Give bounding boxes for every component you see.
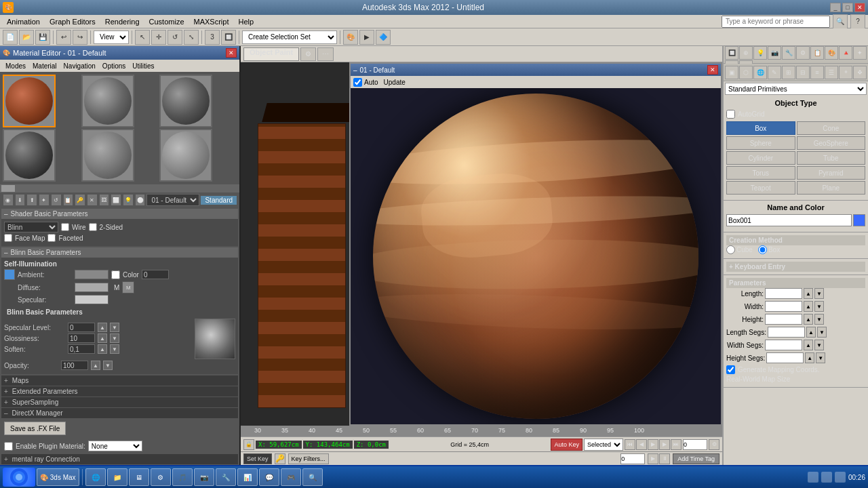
mat-slot-3[interactable]: [159, 75, 212, 127]
glossiness-input[interactable]: [68, 333, 95, 343]
wire-check[interactable]: [61, 223, 69, 231]
length-segs-up[interactable]: ▲: [806, 327, 816, 338]
sphere-btn[interactable]: Sphere: [726, 136, 795, 150]
gloss-up[interactable]: ▲: [98, 333, 107, 343]
height-segs-up[interactable]: ▲: [805, 352, 814, 363]
vp-options-btn[interactable]: ⚙: [300, 47, 316, 61]
go-start-btn[interactable]: ⏮: [625, 439, 635, 450]
twosided-check[interactable]: [89, 223, 97, 231]
opacity-up[interactable]: ▲: [91, 361, 100, 370]
systray-icon1[interactable]: [808, 472, 818, 483]
menu-rendering[interactable]: Rendering: [101, 16, 144, 27]
shader-basic-header[interactable]: Shader Basic Parameters: [1, 209, 238, 219]
prev-frame-btn[interactable]: ◀: [636, 439, 647, 450]
enable-dropdown[interactable]: None: [88, 441, 142, 451]
bg-btn[interactable]: ⬜: [111, 194, 121, 206]
taskbar-3dsmax[interactable]: 🎨 3ds Max: [37, 468, 79, 486]
mat-scroll-thumb[interactable]: [1, 185, 15, 192]
show-map-btn[interactable]: 🖼: [99, 194, 110, 206]
render2-btn[interactable]: 🔷: [376, 30, 391, 45]
systray-icon3[interactable]: [835, 472, 846, 483]
menu-customize[interactable]: Customize: [145, 16, 189, 27]
time-config-btn[interactable]: ⚙: [709, 439, 719, 450]
rp-btn6[interactable]: ⚙: [796, 46, 810, 60]
redo-btn[interactable]: ↪: [73, 30, 87, 45]
shader-dropdown[interactable]: Blinn: [4, 222, 58, 232]
width-up[interactable]: ▲: [804, 301, 813, 312]
gloss-down[interactable]: ▼: [110, 333, 119, 343]
maps-toggle[interactable]: + Maps: [1, 375, 238, 386]
diffuse-map-btn[interactable]: M: [122, 281, 134, 293]
box-radio-input[interactable]: [758, 245, 767, 254]
set-key-btn[interactable]: Set Key: [243, 453, 272, 464]
spec-level-up[interactable]: ▲: [98, 323, 107, 332]
mat-close-btn[interactable]: ✕: [226, 48, 237, 58]
taskbar-app11[interactable]: 🔍: [302, 468, 323, 486]
get-btn[interactable]: ⬇: [15, 194, 26, 206]
save-fx-btn[interactable]: Save as .FX File: [4, 422, 66, 435]
auto-checkbox[interactable]: [353, 78, 362, 87]
height-segs-input[interactable]: 1: [766, 352, 804, 363]
rp-btn13[interactable]: ▣: [725, 66, 738, 79]
undo-btn[interactable]: ↩: [56, 30, 71, 45]
minimize-btn[interactable]: _: [830, 3, 841, 12]
mat-slot-4[interactable]: [3, 129, 56, 182]
length-up[interactable]: ▲: [804, 288, 813, 299]
diffuse-color[interactable]: [75, 283, 108, 292]
autogrid-check[interactable]: [726, 110, 735, 119]
frame-input2[interactable]: [620, 453, 645, 464]
restore-btn[interactable]: □: [842, 3, 853, 12]
rp-btn9[interactable]: 🔺: [839, 46, 852, 60]
self-illum-color-check[interactable]: [111, 270, 120, 279]
cylinder-btn[interactable]: Cylinder: [726, 151, 795, 165]
mat-scrollbar[interactable]: [0, 184, 239, 192]
unique-btn[interactable]: 🔑: [75, 194, 85, 206]
ambient-color[interactable]: [75, 270, 108, 279]
taskbar-app7[interactable]: 🔧: [216, 468, 236, 486]
soften-input[interactable]: [68, 344, 95, 354]
systray-icon2[interactable]: [821, 472, 832, 483]
mat-menu-utilities[interactable]: Utilities: [130, 62, 157, 70]
torus-btn[interactable]: Torus: [726, 166, 795, 180]
taskbar-app9[interactable]: 💬: [259, 468, 279, 486]
close-btn[interactable]: ✕: [854, 3, 865, 12]
lock-btn[interactable]: 🔒: [243, 439, 254, 450]
rp-btn4[interactable]: 📷: [768, 46, 781, 60]
facemap-check[interactable]: [4, 234, 12, 242]
spec-level-input[interactable]: [68, 323, 95, 332]
play-btn[interactable]: ▶: [648, 439, 658, 450]
frame-input[interactable]: 0: [683, 439, 707, 450]
width-segs-input[interactable]: 1: [765, 340, 802, 350]
timeline-area[interactable]: 30 35 40 45 50 55 60 65 70 75 80 85 90 9…: [241, 426, 722, 436]
enable-check[interactable]: [4, 442, 13, 451]
rp-btn14[interactable]: ⬡: [739, 66, 753, 79]
spec-level-down[interactable]: ▼: [110, 323, 119, 332]
soften-down[interactable]: ▼: [110, 344, 119, 354]
mat-editor-btn[interactable]: 🎨: [343, 30, 358, 45]
scale-btn[interactable]: ⤡: [184, 30, 199, 45]
opacity-down[interactable]: ▼: [103, 361, 113, 370]
height-input[interactable]: 50,8cm: [765, 314, 802, 325]
rp-btn7[interactable]: 📋: [810, 46, 824, 60]
soften-up[interactable]: ▲: [98, 344, 107, 354]
taskbar-app6[interactable]: 📷: [194, 468, 214, 486]
mat-slot-5[interactable]: [81, 129, 134, 182]
sphere-view-btn[interactable]: ⚪: [135, 194, 146, 206]
blinn-basic-header[interactable]: Blinn Basic Parameters: [1, 247, 238, 258]
taskbar-app5[interactable]: 🎵: [172, 468, 193, 486]
length-segs-input[interactable]: 1: [768, 327, 805, 338]
length-down[interactable]: ▼: [814, 288, 824, 299]
rp-btn19[interactable]: ≡: [810, 66, 824, 79]
keyboard-entry-header[interactable]: + Keyboard Entry: [726, 262, 865, 272]
taskbar-folder[interactable]: 📁: [107, 468, 127, 486]
taskbar-app10[interactable]: 🎮: [281, 468, 301, 486]
ambient-lock[interactable]: [4, 269, 15, 280]
creation-method-header[interactable]: Creation Method: [726, 235, 865, 245]
reset-btn[interactable]: ↺: [51, 194, 62, 206]
color-swatch-btn[interactable]: [853, 214, 865, 226]
help-btn[interactable]: ?: [850, 14, 865, 29]
pick-btn[interactable]: ◉: [3, 194, 14, 206]
selection-dropdown[interactable]: Create Selection Set: [242, 30, 337, 44]
rp-btn21[interactable]: ⌖: [839, 66, 852, 79]
mat-menu-material[interactable]: Material: [30, 62, 60, 70]
